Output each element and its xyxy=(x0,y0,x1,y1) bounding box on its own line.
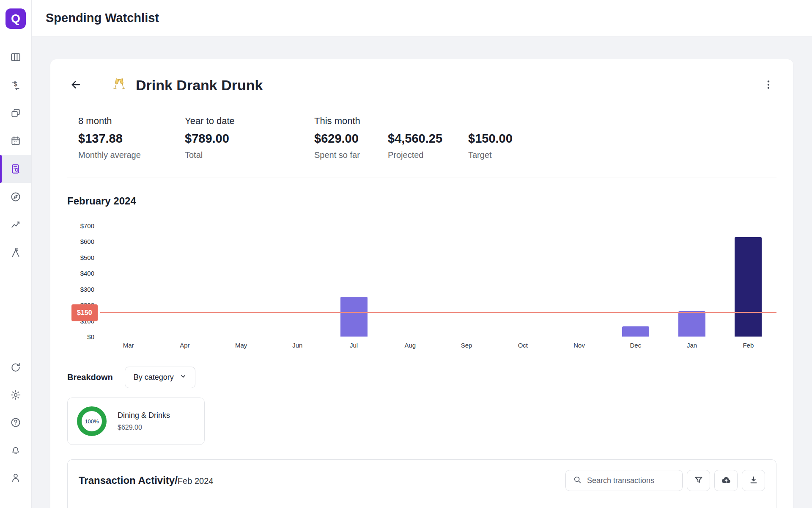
stat-label: This month xyxy=(314,116,388,127)
download-icon xyxy=(749,475,759,486)
y-tick-300: $300 xyxy=(80,285,94,293)
sidebar: Q $ xyxy=(0,0,32,508)
breakdown-label: Breakdown xyxy=(67,373,113,382)
bar-slot-jun xyxy=(269,226,326,337)
stat-target: $150.00 Target xyxy=(468,116,513,160)
bar-slot-apr xyxy=(156,226,213,337)
stat-value: $137.88 xyxy=(78,132,185,146)
bar-slot-jan xyxy=(664,226,720,337)
stat-year-to-date: Year to date $789.00 Total xyxy=(185,116,314,160)
transaction-activity-card: Transaction Activity/Feb 2024 xyxy=(67,459,776,508)
stat-value: $629.00 xyxy=(314,132,388,146)
stats-row: 8 month $137.88 Monthly average Year to … xyxy=(67,116,776,160)
x-tick-oct: Oct xyxy=(495,342,551,349)
user-icon xyxy=(10,472,21,483)
refresh-icon xyxy=(10,362,21,373)
sidebar-item-settings[interactable] xyxy=(0,381,31,409)
stat-value: $789.00 xyxy=(185,132,314,146)
x-tick-apr: Apr xyxy=(156,342,213,349)
x-tick-mar: Mar xyxy=(100,342,156,349)
filter-icon xyxy=(694,475,704,486)
breakdown-row: Breakdown By category xyxy=(67,367,776,388)
watchlist-card: Drink Drank Drunk 8 month $137.88 Monthl… xyxy=(50,59,793,508)
stat-label xyxy=(468,116,513,127)
y-tick-400: $400 xyxy=(80,270,94,277)
x-tick-feb: Feb xyxy=(720,342,776,349)
x-tick-jun: Jun xyxy=(269,342,326,349)
stat-label: Year to date xyxy=(185,116,314,127)
search-icon xyxy=(573,475,582,486)
y-tick-0: $0 xyxy=(87,333,94,340)
app-root: Q $ xyxy=(0,0,812,508)
cloud-upload-icon xyxy=(721,475,732,487)
sidebar-item-notifications[interactable] xyxy=(0,436,31,464)
bar-jan[interactable] xyxy=(678,311,705,337)
breakdown-dropdown-value: By category xyxy=(134,373,174,382)
chevron-down-icon xyxy=(180,373,187,382)
champagne-glasses-icon xyxy=(111,77,127,94)
content-area: Drink Drank Drunk 8 month $137.88 Monthl… xyxy=(32,36,812,508)
x-tick-sep: Sep xyxy=(439,342,495,349)
accounts-icon xyxy=(10,108,21,119)
bell-icon xyxy=(10,444,21,456)
chart-body: $0$100$200$300$400$500$600$700 $150 xyxy=(67,226,776,337)
calendar-icon xyxy=(10,135,21,146)
kebab-menu-icon xyxy=(763,79,774,91)
stat-monthly-average: 8 month $137.88 Monthly average xyxy=(78,116,185,160)
bar-dec[interactable] xyxy=(622,326,649,337)
sidebar-item-calendar[interactable] xyxy=(0,127,31,155)
help-icon xyxy=(10,417,21,428)
category-info: Dining & Drinks $629.00 xyxy=(118,411,170,431)
app-logo[interactable]: Q xyxy=(5,8,26,29)
sidebar-item-reports[interactable] xyxy=(0,211,31,239)
sidebar-bottom-nav xyxy=(0,353,31,491)
x-tick-dec: Dec xyxy=(607,342,664,349)
back-button[interactable] xyxy=(67,76,84,94)
more-options-button[interactable] xyxy=(760,77,776,94)
page-title: Spending Watchlist xyxy=(46,11,159,25)
sidebar-item-goals[interactable] xyxy=(0,239,31,267)
sidebar-item-accounts[interactable] xyxy=(0,99,31,127)
transaction-activity-title: Transaction Activity/Feb 2024 xyxy=(79,475,213,486)
sidebar-item-help[interactable] xyxy=(0,409,31,436)
y-tick-600: $600 xyxy=(80,238,94,245)
compass-icon xyxy=(10,191,21,202)
sidebar-item-spending-plan[interactable] xyxy=(0,183,31,211)
stat-label: 8 month xyxy=(78,116,185,127)
page-header: Spending Watchlist xyxy=(32,0,812,36)
watchlist-card-header: Drink Drank Drunk xyxy=(67,76,776,94)
transaction-activity-header: Transaction Activity/Feb 2024 xyxy=(79,470,765,491)
transaction-activity-period: Feb 2024 xyxy=(178,476,214,486)
trend-chart-icon xyxy=(10,219,21,230)
sidebar-item-refresh[interactable] xyxy=(0,353,31,381)
sidebar-nav: $ xyxy=(0,43,31,267)
bar-slot-feb xyxy=(720,226,776,337)
stat-sublabel: Spent so far xyxy=(314,150,388,160)
bar-slot-aug xyxy=(382,226,438,337)
transaction-search xyxy=(565,470,683,491)
breakdown-dropdown[interactable]: By category xyxy=(125,367,195,388)
stat-label xyxy=(388,116,468,127)
stat-value: $150.00 xyxy=(468,132,513,146)
category-progress-ring: 100% xyxy=(77,406,107,436)
x-tick-may: May xyxy=(213,342,269,349)
bar-slot-oct xyxy=(495,226,551,337)
sidebar-item-profile[interactable] xyxy=(0,464,31,491)
sidebar-item-watchlist[interactable] xyxy=(0,155,31,183)
sidebar-item-transactions[interactable]: $ xyxy=(0,71,31,99)
bar-jul[interactable] xyxy=(340,297,368,337)
category-card-dining-drinks[interactable]: 100% Dining & Drinks $629.00 xyxy=(67,398,205,445)
filter-button[interactable] xyxy=(687,470,710,491)
bar-feb[interactable] xyxy=(735,237,762,337)
upload-button[interactable] xyxy=(714,470,738,491)
stat-sublabel: Total xyxy=(185,150,314,160)
back-arrow-icon xyxy=(70,79,82,92)
goal-flag-icon xyxy=(10,247,21,258)
category-percent: 100% xyxy=(85,418,99,425)
x-tick-jan: Jan xyxy=(664,342,720,349)
section-divider xyxy=(67,177,776,177)
sidebar-item-dashboard[interactable] xyxy=(0,43,31,71)
download-button[interactable] xyxy=(742,470,765,491)
search-transactions-input[interactable] xyxy=(587,476,675,485)
x-tick-jul: Jul xyxy=(326,342,382,349)
